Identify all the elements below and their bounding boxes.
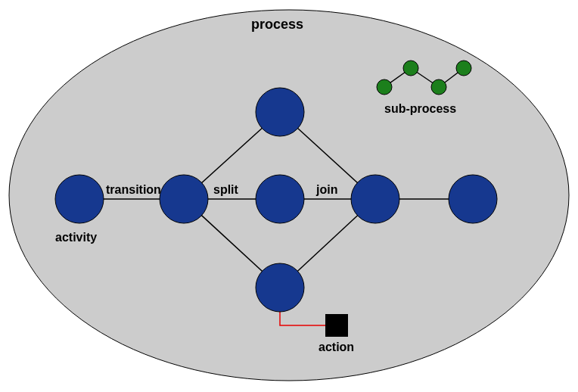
diagram-container: process activity transition split join s… — [0, 0, 578, 392]
title-label: process — [251, 17, 303, 33]
subprocess-node — [403, 61, 418, 76]
subprocess-node — [377, 79, 392, 95]
subprocess-node — [456, 61, 471, 76]
action-square — [325, 314, 348, 337]
activity-node — [160, 175, 208, 223]
activity-node — [351, 175, 399, 223]
activity-node — [256, 175, 304, 223]
transition-label: transition — [106, 183, 161, 197]
activity-node — [55, 175, 104, 223]
activity-node — [256, 263, 304, 312]
join-label: join — [316, 183, 337, 197]
subprocess-node — [431, 79, 446, 95]
activity-node — [256, 88, 304, 136]
split-label: split — [213, 183, 238, 197]
diagram-svg — [0, 0, 578, 392]
activity-node — [449, 175, 497, 223]
activity-label: activity — [55, 231, 97, 244]
subprocess-label: sub-process — [384, 102, 456, 116]
action-label: action — [319, 341, 354, 354]
